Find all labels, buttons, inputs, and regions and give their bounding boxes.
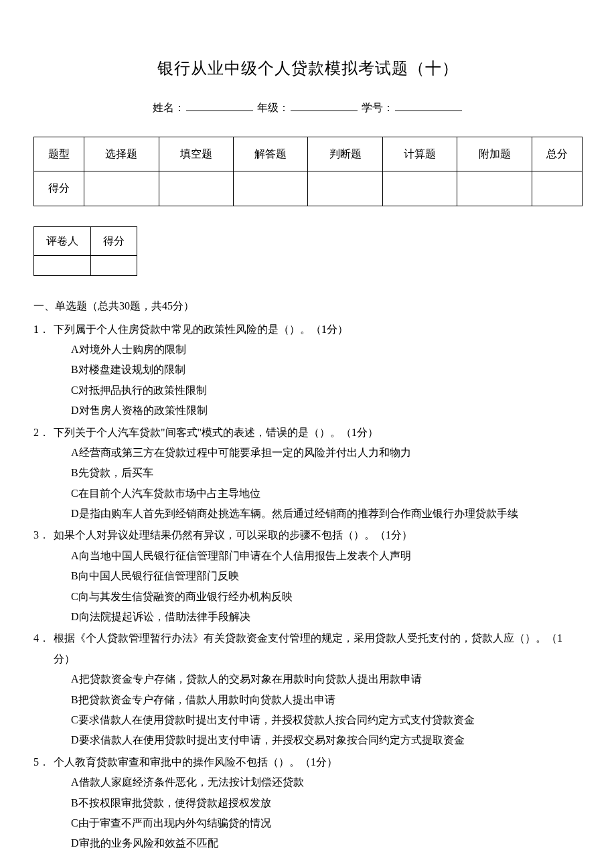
question-number: 2． xyxy=(33,423,54,443)
id-blank[interactable] xyxy=(395,100,462,111)
name-blank[interactable] xyxy=(186,100,253,111)
exam-title: 银行从业中级个人贷款模拟考试题（十） xyxy=(33,54,583,84)
question-number: 3． xyxy=(33,525,54,545)
grade-blank[interactable] xyxy=(291,100,358,111)
score-cell[interactable] xyxy=(382,171,457,206)
question-text: 下列关于个人汽车贷款"间客式"模式的表述，错误的是（）。（1分） xyxy=(54,423,583,443)
option: A经营商或第三方在贷款过程中可能要承担一定的风险并付出人力和物力 xyxy=(71,443,583,463)
grader-header-person: 评卷人 xyxy=(34,226,91,255)
student-info-line: 姓名： 年级： 学号： xyxy=(33,98,583,118)
score-header-choice: 选择题 xyxy=(84,137,159,171)
option: B向中国人民银行征信管理部门反映 xyxy=(71,566,583,586)
question-line: 4．根据《个人贷款管理暂行办法》有关贷款资金支付管理的规定，采用贷款人受托支付的… xyxy=(33,628,583,669)
question-text: 如果个人对异议处理结果仍然有异议，可以采取的步骤不包括（）。（1分） xyxy=(54,525,583,545)
option: C由于审查不严而出现内外勾结骗贷的情况 xyxy=(71,813,583,833)
question: 4．根据《个人贷款管理暂行办法》有关贷款资金支付管理的规定，采用贷款人受托支付的… xyxy=(33,628,583,750)
question-text: 根据《个人贷款管理暂行办法》有关贷款资金支付管理的规定，采用贷款人受托支付的，贷… xyxy=(54,628,583,669)
grader-header-score: 得分 xyxy=(91,226,137,255)
question: 2．下列关于个人汽车贷款"间客式"模式的表述，错误的是（）。（1分）A经营商或第… xyxy=(33,423,583,524)
option: C向与其发生信贷融资的商业银行经办机构反映 xyxy=(71,587,583,607)
score-header-extra: 附加题 xyxy=(457,137,532,171)
question-number: 4． xyxy=(33,628,54,648)
score-table-header-row: 题型 选择题 填空题 解答题 判断题 计算题 附加题 总分 xyxy=(34,137,583,171)
option: D向法院提起诉讼，借助法律手段解决 xyxy=(71,607,583,627)
option: C要求借款人在使用贷款时提出支付申请，并授权贷款人按合同约定方式支付贷款资金 xyxy=(71,710,583,730)
score-header-total: 总分 xyxy=(532,137,582,171)
question-text: 个人教育贷款审查和审批中的操作风险不包括（）。（1分） xyxy=(54,752,583,772)
question: 1．下列属于个人住房贷款中常见的政策性风险的是（）。（1分）A对境外人士购房的限… xyxy=(33,320,583,421)
option: D对售房人资格的政策性限制 xyxy=(71,401,583,421)
questions-container: 1．下列属于个人住房贷款中常见的政策性风险的是（）。（1分）A对境外人士购房的限… xyxy=(33,320,583,852)
grader-score-cell[interactable] xyxy=(91,256,137,276)
option: C对抵押品执行的政策性限制 xyxy=(71,380,583,401)
score-header-type: 题型 xyxy=(34,137,84,171)
option: D是指由购车人首先到经销商处挑选车辆。然后通过经销商的推荐到合作商业银行办理贷款… xyxy=(71,504,583,524)
score-cell[interactable] xyxy=(532,171,582,206)
option: B不按权限审批贷款，使得贷款超授权发放 xyxy=(71,793,583,813)
question-number: 5． xyxy=(33,752,54,772)
section-title: 一、单选题（总共30题，共45分） xyxy=(33,296,583,316)
score-table: 题型 选择题 填空题 解答题 判断题 计算题 附加题 总分 得分 xyxy=(33,137,583,206)
option: B把贷款资金专户存储，借款人用款时向贷款人提出申请 xyxy=(71,690,583,710)
score-cell[interactable] xyxy=(84,171,159,206)
question-options: A把贷款资金专户存储，贷款人的交易对象在用款时向贷款人提出用款申请B把贷款资金专… xyxy=(33,669,583,751)
score-header-fill: 填空题 xyxy=(159,137,233,171)
question-line: 5．个人教育贷款审查和审批中的操作风险不包括（）。（1分） xyxy=(33,752,583,772)
name-label: 姓名： xyxy=(153,102,185,113)
option: A向当地中国人民银行征信管理部门申请在个人信用报告上发表个人声明 xyxy=(71,546,583,566)
question-line: 3．如果个人对异议处理结果仍然有异议，可以采取的步骤不包括（）。（1分） xyxy=(33,525,583,545)
grader-cell[interactable] xyxy=(34,256,91,276)
question-options: A经营商或第三方在贷款过程中可能要承担一定的风险并付出人力和物力B先贷款，后买车… xyxy=(33,443,583,524)
id-label: 学号： xyxy=(362,102,394,113)
option: B对楼盘建设规划的限制 xyxy=(71,360,583,380)
grade-label: 年级： xyxy=(257,102,289,113)
score-header-answer: 解答题 xyxy=(234,137,308,171)
score-cell[interactable] xyxy=(308,171,382,206)
score-row-label: 得分 xyxy=(34,171,84,206)
question-text: 下列属于个人住房贷款中常见的政策性风险的是（）。（1分） xyxy=(54,320,583,340)
score-header-calc: 计算题 xyxy=(382,137,457,171)
option: D要求借款人在使用贷款时提出支付申请，并授权交易对象按合同约定方式提取资金 xyxy=(71,730,583,750)
option: B先贷款，后买车 xyxy=(71,463,583,483)
question-options: A对境外人士购房的限制B对楼盘建设规划的限制C对抵押品执行的政策性限制D对售房人… xyxy=(33,340,583,421)
option: A借款人家庭经济条件恶化，无法按计划偿还贷款 xyxy=(71,772,583,792)
score-cell[interactable] xyxy=(159,171,233,206)
option: A把贷款资金专户存储，贷款人的交易对象在用款时向贷款人提出用款申请 xyxy=(71,669,583,689)
question-line: 1．下列属于个人住房贷款中常见的政策性风险的是（）。（1分） xyxy=(33,320,583,340)
grader-table: 评卷人 得分 xyxy=(33,226,137,276)
question-line: 2．下列关于个人汽车贷款"间客式"模式的表述，错误的是（）。（1分） xyxy=(33,423,583,443)
question-number: 1． xyxy=(33,320,54,340)
question: 5．个人教育贷款审查和审批中的操作风险不包括（）。（1分）A借款人家庭经济条件恶… xyxy=(33,752,583,852)
score-cell[interactable] xyxy=(234,171,308,206)
score-header-judge: 判断题 xyxy=(308,137,382,171)
question-options: A借款人家庭经济条件恶化，无法按计划偿还贷款B不按权限审批贷款，使得贷款超授权发… xyxy=(33,772,583,852)
option: C在目前个人汽车贷款市场中占主导地位 xyxy=(71,484,583,504)
score-cell[interactable] xyxy=(457,171,532,206)
score-table-value-row: 得分 xyxy=(34,171,583,206)
option: D审批的业务风险和效益不匹配 xyxy=(71,833,583,852)
question-options: A向当地中国人民银行征信管理部门申请在个人信用报告上发表个人声明B向中国人民银行… xyxy=(33,546,583,628)
option: A对境外人士购房的限制 xyxy=(71,340,583,360)
question: 3．如果个人对异议处理结果仍然有异议，可以采取的步骤不包括（）。（1分）A向当地… xyxy=(33,525,583,627)
